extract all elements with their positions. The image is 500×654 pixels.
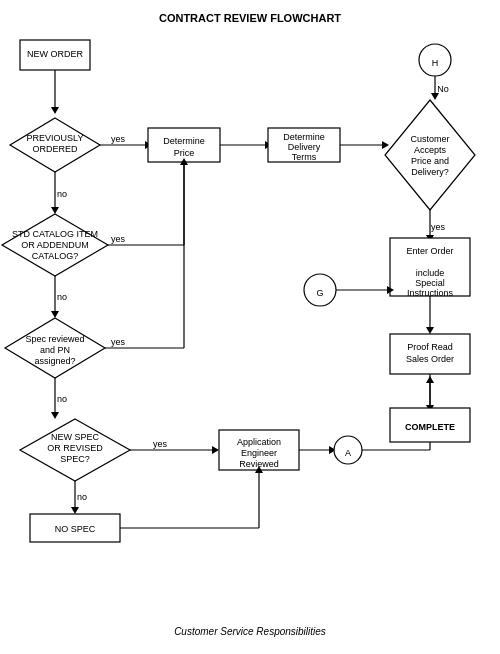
app-engineer-label2: Engineer [241, 448, 277, 458]
enter-order-label1: Enter Order [406, 246, 453, 256]
app-engineer-label1: Application [237, 437, 281, 447]
determine-delivery-label1: Determine [283, 132, 325, 142]
new-order-label: NEW ORDER [27, 49, 84, 59]
std-catalog-label3: CATALOG? [32, 251, 79, 261]
label-no-h: No [437, 84, 449, 94]
proof-read-label2: Sales Order [406, 354, 454, 364]
spec-reviewed-label2: and PN [40, 345, 70, 355]
customer-accepts-label1: Customer [410, 134, 449, 144]
arrowhead-neworder [51, 107, 59, 114]
label-yes-std: yes [111, 234, 126, 244]
circle-a-label: A [345, 448, 351, 458]
arrowhead-newspec-yes [212, 446, 219, 454]
label-yes-customer: yes [431, 222, 446, 232]
customer-accepts-label3: Price and [411, 156, 449, 166]
footer-label: Customer Service Responsibilities [174, 626, 326, 637]
new-spec-label2: OR REVISED [47, 443, 103, 453]
flowchart-container: CONTRACT REVIEW FLOWCHART H No NEW ORDER… [0, 0, 500, 654]
arrowhead-enter-proof [426, 327, 434, 334]
determine-delivery-label3: Terms [292, 152, 317, 162]
label-yes-newspec: yes [153, 439, 168, 449]
label-no-spec: no [57, 394, 67, 404]
determine-price-label1: Determine [163, 136, 205, 146]
no-spec-label: NO SPEC [55, 524, 96, 534]
circle-h-label: H [432, 58, 439, 68]
label-no-std: no [57, 292, 67, 302]
label-no-newspec: no [77, 492, 87, 502]
std-catalog-label1: STD CATALOG ITEM [12, 229, 98, 239]
arrowhead-prev-no [51, 207, 59, 214]
arrowhead-std-no [51, 311, 59, 318]
label-yes-prev: yes [111, 134, 126, 144]
std-catalog-label2: OR ADDENDUM [21, 240, 89, 250]
arrowhead-delivery-customer [382, 141, 389, 149]
label-no-prev: no [57, 189, 67, 199]
label-yes-spec: yes [111, 337, 126, 347]
circle-g-label: G [316, 288, 323, 298]
determine-delivery-label2: Delivery [288, 142, 321, 152]
arrowhead-spec-no [51, 412, 59, 419]
proof-read-label1: Proof Read [407, 342, 453, 352]
previously-ordered-label: PREVIOUSLY [27, 133, 84, 143]
enter-order-label4: Special [415, 278, 445, 288]
arrowhead-newspec-no [71, 507, 79, 514]
customer-accepts-label2: Accepts [414, 145, 447, 155]
customer-accepts-label4: Delivery? [411, 167, 449, 177]
determine-price-label2: Price [174, 148, 195, 158]
new-spec-label3: SPEC? [60, 454, 90, 464]
complete-label: COMPLETE [405, 422, 455, 432]
previously-ordered-label2: ORDERED [32, 144, 78, 154]
enter-order-label3: include [416, 268, 445, 278]
spec-reviewed-label3: assigned? [34, 356, 75, 366]
chart-title: CONTRACT REVIEW FLOWCHART [159, 12, 341, 24]
spec-reviewed-label1: Spec reviewed [25, 334, 84, 344]
new-spec-label1: NEW SPEC [51, 432, 100, 442]
